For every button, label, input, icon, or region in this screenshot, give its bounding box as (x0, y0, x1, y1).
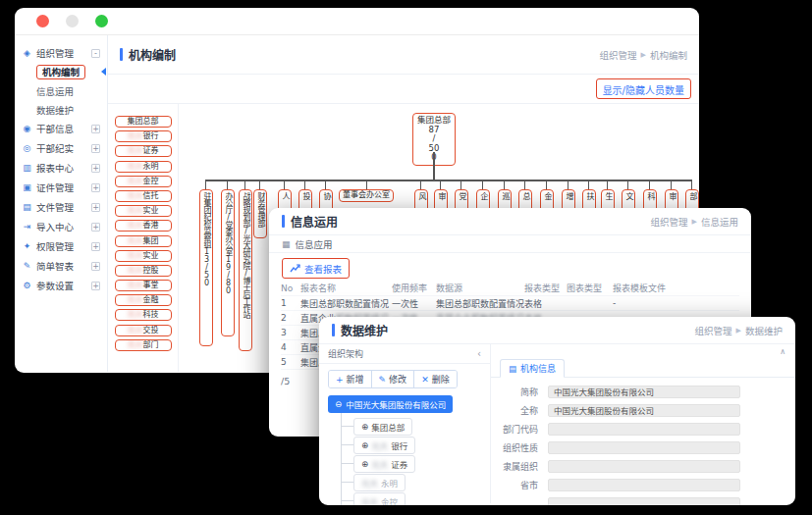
tab-org-info[interactable]: ▤ 机构信息 (500, 359, 565, 378)
tree-node-label: 银行 (391, 439, 407, 451)
expand-node-icon[interactable]: ⊕ (361, 459, 368, 469)
collapse-node-icon[interactable]: ⊖ (335, 399, 342, 409)
expand-node-icon[interactable]: ⊕ (361, 422, 368, 432)
sidebar-group-cadre-record[interactable]: ◎ 干部纪实 + (15, 138, 107, 158)
expand-toggle-icon[interactable]: + (91, 164, 100, 173)
collapse-panel-icon[interactable]: ‹ (477, 348, 481, 359)
add-button[interactable]: + 新增 (329, 371, 371, 387)
form-row: 全称 中国光大集团股份有限公司 (491, 404, 795, 417)
sidebar-group-label: 文件管理 (36, 200, 87, 214)
close-button[interactable] (36, 15, 49, 27)
connector-line (627, 180, 628, 189)
tree-root-node[interactable]: ⊖ 中国光大集团股份有限公司 (328, 395, 453, 413)
sidebar-group-simple-report[interactable]: ✎ 简单智表 + (15, 256, 107, 276)
trend-chart-icon (290, 263, 300, 274)
plus-icon: + (336, 375, 344, 385)
tree-node[interactable]: ⊕ 光大 证券 (353, 455, 415, 473)
connector-line (524, 180, 525, 189)
sidebar-group-credential-management[interactable]: ▣ 证件管理 + (15, 178, 107, 197)
tree-node[interactable]: 光大 金控 (353, 492, 406, 505)
breadcrumb-current: 信息运用 (701, 215, 738, 229)
redacted-text: 光大 (361, 477, 378, 489)
tree-root-label: 中国光大集团股份有限公司 (346, 398, 446, 410)
sidebar-group-permission-management[interactable]: ✦ 权限管理 + (15, 236, 107, 256)
dept-code-field[interactable] (548, 423, 740, 436)
connector-line (568, 180, 568, 189)
field-label: 组织性质 (491, 441, 538, 454)
expand-toggle-icon[interactable]: + (91, 183, 100, 192)
sidebar-group-param-settings[interactable]: ⚙ 参数设置 + (15, 276, 107, 295)
title-accent-bar (282, 215, 285, 228)
window-titlebar (15, 8, 699, 35)
column-header: No (281, 283, 300, 293)
tree-node-label: 证券 (391, 458, 407, 470)
tree-node[interactable]: ⊕ 集团总部 (353, 418, 412, 436)
section-title: 信息应用 (296, 237, 333, 251)
expand-toggle-icon[interactable]: + (91, 203, 100, 212)
expand-toggle-icon[interactable]: + (91, 282, 100, 290)
sidebar-group-import-center[interactable]: ⇥ 导入中心 + (15, 217, 107, 236)
expand-toggle-icon[interactable]: + (91, 262, 100, 271)
toggle-personnel-count-link[interactable]: 显示/隐藏人员数量 (597, 83, 690, 98)
org-chart-node[interactable]: 财务管理部 (253, 189, 267, 238)
column-header: 报表类型 (524, 282, 567, 294)
parent-org-field[interactable] (548, 460, 740, 473)
sidebar-item-information-application[interactable]: 信息运用 (15, 81, 107, 100)
edit-button-label: 修改 (389, 373, 406, 386)
panel-title: 组织架构 (328, 347, 363, 360)
short-name-field[interactable]: 中国光大集团股份有限公司 (548, 386, 740, 398)
breadcrumb-parent[interactable]: 组织管理 (651, 215, 688, 229)
collapse-up-icon[interactable]: ∧ (780, 347, 785, 356)
edit-button[interactable]: ✎ 修改 (371, 371, 414, 387)
field-label: 隶属组织 (491, 460, 538, 473)
connector-line (607, 180, 608, 189)
expand-toggle-icon[interactable]: + (91, 223, 100, 232)
org-nature-field[interactable] (548, 441, 740, 454)
sidebar-group-file-management[interactable]: ▤ 文件管理 + (15, 197, 107, 217)
form-row: 省市 (491, 479, 795, 491)
chart-toolbar: 显示/隐藏人员数量 (108, 75, 699, 104)
sidebar-group-org-management[interactable]: ◈ 组织管理 - (15, 43, 107, 63)
org-chart-node[interactable]: 驻集团纪检监察组13/50 (199, 189, 213, 346)
sidebar-group-cadre-info[interactable]: ◉ 干部信息 + (15, 119, 107, 138)
expand-toggle-icon[interactable]: + (91, 242, 100, 251)
form-row (491, 497, 795, 505)
sidebar-item-data-maintenance[interactable]: 数据维护 (15, 100, 107, 119)
sidebar-item-institution-establishment[interactable]: 机构编制 (15, 63, 107, 81)
breadcrumb: 组织管理 ▶ 信息运用 (651, 215, 738, 229)
window-header: 数据维护 组织管理 ▶ 数据维护 (319, 317, 795, 344)
sidebar-group-label: 权限管理 (36, 239, 87, 253)
panel-header: 组织架构 ‹ (319, 344, 490, 364)
province-city-field[interactable] (548, 479, 740, 491)
tree-node[interactable]: 光大 永明 (353, 474, 406, 491)
expand-node-icon[interactable]: ⊕ (361, 440, 368, 450)
delete-button[interactable]: ✕ 删除 (413, 371, 457, 387)
org-chart-node[interactable]: 办公厅/党委办公室19/80 (221, 189, 235, 336)
minimize-button[interactable] (66, 15, 79, 27)
org-chart-node[interactable]: 战略规划部/光大研究院/博士后工作站 (239, 189, 252, 351)
sidebar-group-label: 报表中心 (36, 161, 87, 175)
tree-node[interactable]: ⊕ 光大 银行 (353, 437, 415, 454)
breadcrumb-parent[interactable]: 组织管理 (600, 48, 637, 62)
expand-toggle-icon[interactable]: + (91, 125, 100, 133)
breadcrumb-parent[interactable]: 组织管理 (695, 324, 732, 337)
collapse-toggle-icon[interactable]: - (91, 49, 100, 58)
credential-icon: ▣ (22, 182, 32, 192)
cell-report-name: 集团总部职数配置情况 (300, 297, 392, 310)
desktop-background: ◈ 组织管理 - 机构编制 信息运用 数据维护 ◉ 干部信息 + (0, 0, 812, 515)
section-header: ▦ 信息应用 (269, 235, 751, 253)
table-row[interactable]: 1 集团总部职数配置情况 一次性 集团总部职数配置情况数据源 表格 - (281, 296, 739, 311)
connector-line (691, 180, 692, 189)
sidebar-group-label: 干部纪实 (36, 141, 87, 155)
extra-field[interactable] (548, 497, 740, 505)
connector-line (546, 180, 547, 189)
report-center-icon: ▥ (22, 163, 32, 173)
view-report-button[interactable]: 查看报表 (283, 260, 349, 278)
window-header: 信息运用 组织管理 ▶ 信息运用 (269, 208, 751, 235)
full-name-field[interactable]: 中国光大集团股份有限公司 (548, 404, 740, 417)
org-chart-node[interactable]: 董事会办公室 (339, 189, 394, 202)
expand-toggle-icon[interactable]: + (91, 144, 100, 153)
sidebar-group-report-center[interactable]: ▥ 报表中心 + (15, 158, 107, 178)
panel-toolbar: ∧ (491, 344, 795, 359)
maximize-button[interactable] (95, 15, 108, 27)
